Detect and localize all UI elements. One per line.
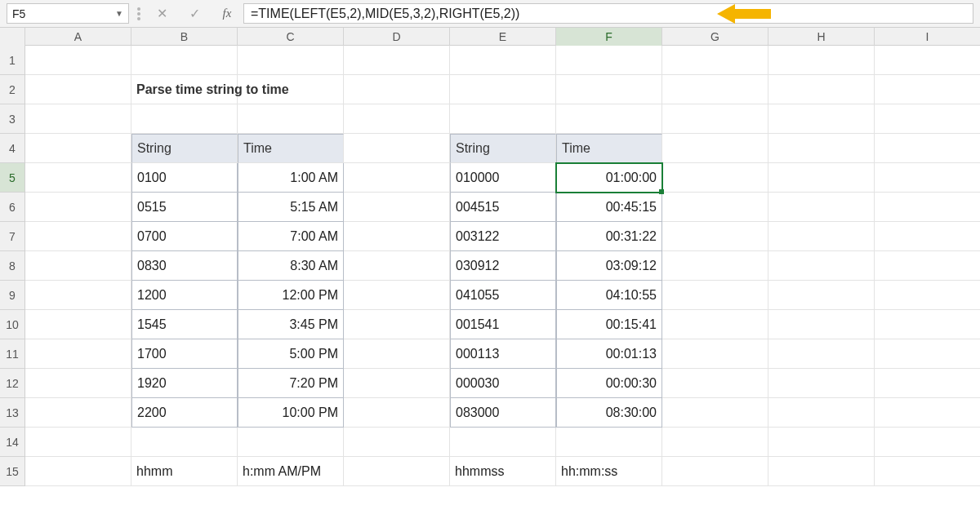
cell[interactable] xyxy=(344,163,450,193)
row-header-7[interactable]: 7 xyxy=(0,222,24,251)
cell[interactable]: 083000 xyxy=(450,398,556,428)
cell[interactable]: 5:15 AM xyxy=(238,193,344,222)
row-header-3[interactable]: 3 xyxy=(0,104,24,134)
cell[interactable] xyxy=(131,428,238,457)
row-header-5[interactable]: 5 xyxy=(0,163,24,193)
cell[interactable] xyxy=(344,75,450,104)
cell[interactable] xyxy=(662,310,768,339)
cell[interactable]: 00:01:13 xyxy=(556,339,662,369)
cell[interactable] xyxy=(662,251,768,281)
cell[interactable]: Time xyxy=(556,134,662,163)
cell[interactable] xyxy=(25,163,131,193)
cell[interactable]: 03:09:12 xyxy=(556,251,662,281)
col-header-E[interactable]: E xyxy=(450,28,556,46)
cell[interactable] xyxy=(768,104,875,134)
col-header-H[interactable]: H xyxy=(768,28,875,46)
cell[interactable]: 08:30:00 xyxy=(556,398,662,428)
cell[interactable] xyxy=(875,457,980,486)
cell[interactable] xyxy=(768,222,875,251)
cell[interactable] xyxy=(875,163,980,193)
cell[interactable] xyxy=(25,369,131,398)
cell[interactable] xyxy=(662,457,768,486)
row-header-10[interactable]: 10 xyxy=(0,310,24,339)
cell[interactable] xyxy=(662,281,768,310)
cell[interactable]: hh:mm:ss xyxy=(556,457,662,486)
cell[interactable] xyxy=(875,369,980,398)
cell[interactable]: hhmmss xyxy=(450,457,556,486)
cell[interactable]: 010000 xyxy=(450,163,556,193)
cell[interactable] xyxy=(662,134,768,163)
cell[interactable]: h:mm AM/PM xyxy=(238,457,344,486)
cell[interactable] xyxy=(875,193,980,222)
cells[interactable]: Parse time string to timeStringTimeStrin… xyxy=(25,46,980,486)
cell[interactable] xyxy=(875,281,980,310)
cell[interactable] xyxy=(662,428,768,457)
cell[interactable] xyxy=(238,428,344,457)
cell[interactable] xyxy=(238,104,344,134)
name-box[interactable]: F5 ▼ xyxy=(7,3,129,24)
select-all-corner[interactable] xyxy=(0,28,25,46)
cell[interactable]: 000030 xyxy=(450,369,556,398)
cell[interactable]: String xyxy=(450,134,556,163)
cell[interactable] xyxy=(450,75,556,104)
cell[interactable] xyxy=(662,339,768,369)
cell[interactable]: 7:00 AM xyxy=(238,222,344,251)
cell[interactable] xyxy=(768,75,875,104)
cell[interactable] xyxy=(344,134,450,163)
cell[interactable] xyxy=(25,193,131,222)
cell[interactable] xyxy=(25,75,131,104)
cell[interactable] xyxy=(25,281,131,310)
cell[interactable] xyxy=(875,104,980,134)
cell[interactable]: 2200 xyxy=(131,398,238,428)
cell[interactable] xyxy=(875,134,980,163)
cell[interactable] xyxy=(344,46,450,75)
cell[interactable] xyxy=(875,75,980,104)
cell[interactable] xyxy=(875,46,980,75)
cell[interactable] xyxy=(344,281,450,310)
cell[interactable] xyxy=(768,251,875,281)
cell[interactable] xyxy=(25,46,131,75)
row-header-2[interactable]: 2 xyxy=(0,75,24,104)
col-header-B[interactable]: B xyxy=(131,28,238,46)
cell[interactable]: 12:00 PM xyxy=(238,281,344,310)
cell[interactable] xyxy=(662,222,768,251)
cell[interactable]: 8:30 AM xyxy=(238,251,344,281)
cell[interactable] xyxy=(768,369,875,398)
cell[interactable] xyxy=(450,428,556,457)
cell[interactable] xyxy=(25,457,131,486)
cell[interactable] xyxy=(875,251,980,281)
cell[interactable] xyxy=(556,46,662,75)
cell[interactable]: String xyxy=(131,134,238,163)
cell[interactable]: Parse time string to time xyxy=(131,75,238,104)
cell[interactable] xyxy=(768,163,875,193)
cell[interactable] xyxy=(875,428,980,457)
row-header-6[interactable]: 6 xyxy=(0,193,24,222)
cell[interactable] xyxy=(556,428,662,457)
cell[interactable] xyxy=(344,457,450,486)
cell[interactable]: 00:00:30 xyxy=(556,369,662,398)
cell[interactable] xyxy=(238,46,344,75)
cell[interactable]: 003122 xyxy=(450,222,556,251)
cell[interactable] xyxy=(25,398,131,428)
cell[interactable]: hhmm xyxy=(131,457,238,486)
cell[interactable] xyxy=(875,310,980,339)
col-header-I[interactable]: I xyxy=(875,28,980,46)
cell[interactable] xyxy=(25,428,131,457)
cell[interactable]: 00:15:41 xyxy=(556,310,662,339)
cell[interactable] xyxy=(768,193,875,222)
cell[interactable] xyxy=(768,428,875,457)
cell[interactable] xyxy=(768,457,875,486)
col-header-F[interactable]: F xyxy=(556,28,662,46)
formula-input[interactable]: =TIME(LEFT(E5,2),MID(E5,3,2),RIGHT(E5,2)… xyxy=(243,3,973,24)
cell[interactable] xyxy=(450,46,556,75)
cell[interactable]: 01:00:00 xyxy=(556,163,662,193)
row-header-9[interactable]: 9 xyxy=(0,281,24,310)
cell[interactable] xyxy=(344,104,450,134)
cell[interactable] xyxy=(875,339,980,369)
cell[interactable] xyxy=(344,428,450,457)
cell[interactable]: 00:45:15 xyxy=(556,193,662,222)
cell[interactable] xyxy=(344,251,450,281)
cell[interactable] xyxy=(556,75,662,104)
cell[interactable]: 0700 xyxy=(131,222,238,251)
cell[interactable] xyxy=(662,46,768,75)
